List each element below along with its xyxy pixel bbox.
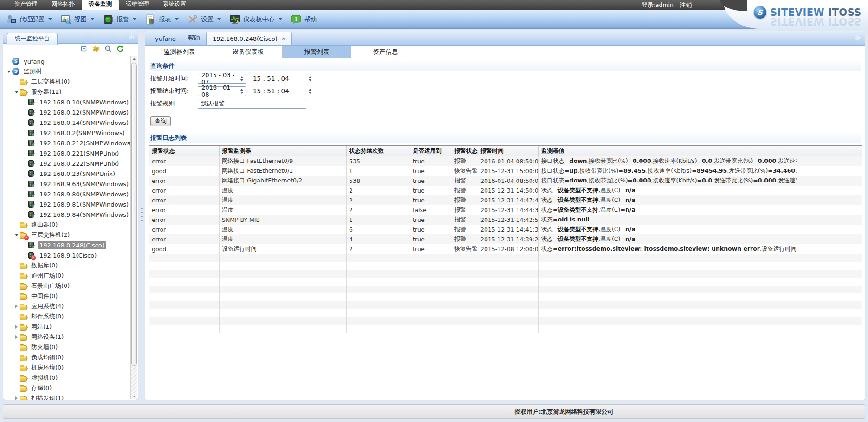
start-date-field[interactable]: 2015 - 03 - 07 xyxy=(198,74,246,84)
logout-link[interactable]: 注销 xyxy=(680,1,692,9)
expand-arrow-icon[interactable] xyxy=(13,325,19,329)
column-header[interactable]: 监测器值 xyxy=(539,146,797,156)
chevron-down-icon[interactable] xyxy=(91,18,94,20)
agent-config-button[interactable]: 代理配置 xyxy=(3,13,58,26)
table-row[interactable]: error温度2true报警2015-12-31 14:50:0状态=设备类型不… xyxy=(149,186,862,195)
tree-node[interactable]: ✓192.168.0.2(SNMPWindows) xyxy=(3,128,130,138)
tab-yufang[interactable]: yufang xyxy=(149,32,182,45)
tree-node[interactable]: ✓192.168.0.212(SNMPWindows) xyxy=(3,138,130,148)
chevron-down-icon[interactable] xyxy=(175,18,179,20)
tree-node[interactable]: ✓存储(0) xyxy=(3,383,130,393)
menu-item-0[interactable]: 资产管理 xyxy=(7,0,45,10)
expand-arrow-icon[interactable] xyxy=(6,71,12,73)
tree-node[interactable]: ✓192.168.0.12(SNMPWindows) xyxy=(3,107,130,117)
chevron-down-icon[interactable] xyxy=(279,18,282,20)
tree-node[interactable]: ✓邮件系统(0) xyxy=(3,312,130,322)
tree-scrollbar[interactable] xyxy=(130,56,137,399)
chevron-down-icon[interactable] xyxy=(133,18,136,20)
table-row[interactable]: good设备运行时间2true恢复告警2015-12-08 12:00:0状态=… xyxy=(149,244,862,254)
tree-node[interactable]: ✓192.168.9.63(SNMPWindows) xyxy=(3,179,130,189)
expand-arrow-icon[interactable] xyxy=(13,234,19,236)
subtab-monitor-list[interactable]: 监测器列表 xyxy=(145,46,214,58)
tree-node[interactable]: ✓应用系统(4) xyxy=(3,301,130,312)
spinner-icon[interactable] xyxy=(307,89,313,94)
search-icon[interactable] xyxy=(104,45,112,54)
table-row[interactable]: errorSNMP BY MIB1true报警2015-12-31 14:42:… xyxy=(149,215,862,225)
table-row[interactable]: good网络接口:FastEthernet0/11true恢复告警2015-12… xyxy=(149,166,862,176)
alarm-button[interactable]: 报警 xyxy=(100,13,142,26)
refresh-icon[interactable] xyxy=(117,45,124,54)
expand-arrow-icon[interactable] xyxy=(13,396,19,400)
gear-icon[interactable] xyxy=(128,34,135,42)
menu-item-4[interactable]: 系统设置 xyxy=(156,0,193,10)
tree-node[interactable]: ✓192.168.9.80(SNMPWindows) xyxy=(3,189,130,199)
menu-item-1[interactable]: 网络拓扑 xyxy=(45,0,82,10)
column-header[interactable]: 报警状态 xyxy=(452,146,478,156)
expand-arrow-icon[interactable] xyxy=(13,91,19,93)
tree-node[interactable]: ✕三层交换机(2) xyxy=(3,230,130,240)
help-button[interactable]: 帮助 xyxy=(288,13,323,26)
table-row[interactable]: error网络接口:FastEthernet0/9535true报警2016-0… xyxy=(149,156,862,167)
tree-node[interactable]: ✓扫描发现(1) xyxy=(3,393,130,400)
tab-help[interactable]: 帮助 xyxy=(182,31,206,45)
tree-node[interactable]: ✓192.168.0.222(SNMPUnix) xyxy=(3,158,130,169)
tree-node[interactable]: ✓虚拟机(0) xyxy=(3,373,130,383)
sync-tree-icon[interactable] xyxy=(92,45,100,54)
tree-node[interactable]: ✓192.168.9.84(SNMPWindows) xyxy=(3,209,130,220)
tree-node[interactable]: ✓网络设备(1) xyxy=(3,332,130,342)
scroll-down-icon[interactable] xyxy=(131,393,137,399)
menu-item-2[interactable]: 设备监测 xyxy=(82,0,119,10)
column-header[interactable]: 报警状态 xyxy=(149,146,220,156)
spinner-icon[interactable] xyxy=(240,76,245,81)
tree-node[interactable]: ✓192.168.0.10(SNMPWindows) xyxy=(3,97,130,107)
expand-arrow-icon[interactable] xyxy=(13,305,19,308)
spinner-icon[interactable] xyxy=(307,76,313,81)
table-row[interactable]: error温度4true报警2015-12-31 14:39:2状态=设备类型不… xyxy=(149,234,862,244)
collapse-all-icon[interactable] xyxy=(80,45,88,54)
alarm-rule-input[interactable] xyxy=(198,99,306,109)
table-row[interactable]: error温度2false报警2015-12-31 14:44:3状态=设备类型… xyxy=(149,205,862,215)
tree-node[interactable]: ✓通州广场(0) xyxy=(3,271,130,281)
tree-node[interactable]: ✓192.168.9.81(SNMPWindows) xyxy=(3,199,130,209)
tree-node[interactable]: ✓路由器(0) xyxy=(3,220,130,230)
tree-node[interactable]: ✓机房环境(0) xyxy=(3,363,130,373)
report-button[interactable]: 报表 xyxy=(142,13,184,26)
gear-icon[interactable] xyxy=(855,35,861,43)
tree-node[interactable]: ✓192.168.0.248(Cisco) xyxy=(3,240,130,250)
view-button[interactable]: 视图 xyxy=(58,13,100,26)
tree-node[interactable]: 监测树 xyxy=(3,66,130,77)
expand-arrow-icon[interactable] xyxy=(13,335,19,339)
column-header[interactable]: 状态持续次数 xyxy=(347,146,410,156)
tree-node[interactable]: ✓网站(1) xyxy=(3,322,130,332)
chevron-down-icon[interactable] xyxy=(217,18,221,20)
panel-splitter[interactable] xyxy=(139,31,145,400)
tree-node[interactable]: ✓石景山广场(0) xyxy=(3,281,130,291)
dashboard-center-button[interactable]: 仪表板中心 xyxy=(227,13,288,26)
tree-node[interactable]: ✓中间件(0) xyxy=(3,291,130,301)
column-header[interactable]: 报警时间 xyxy=(478,146,539,156)
tree-node[interactable]: ✓服务器(12) xyxy=(3,87,130,97)
chevron-down-icon[interactable] xyxy=(48,18,52,20)
sidebar-tab-monitor-platform[interactable]: 统一监控平台 xyxy=(7,33,58,45)
search-button[interactable]: 查询 xyxy=(150,116,171,126)
tree-node[interactable]: ✓防火墙(0) xyxy=(3,342,130,352)
tree-node[interactable]: ✓数据库(0) xyxy=(3,260,130,271)
table-row[interactable]: error温度6true报警2015-12-31 14:41:3状态=设备类型不… xyxy=(149,225,862,234)
subtab-device-dashboard[interactable]: 设备仪表板 xyxy=(214,46,283,58)
tree-node[interactable]: ✓负载均衡(0) xyxy=(3,352,130,363)
column-header[interactable]: 报警监测器 xyxy=(220,146,347,156)
spinner-icon[interactable] xyxy=(240,89,245,94)
tree-node[interactable]: ✓192.168.0.14(SNMPWindows) xyxy=(3,117,130,128)
close-icon[interactable]: ✕ xyxy=(282,37,285,41)
scroll-up-icon[interactable] xyxy=(131,56,137,62)
menu-item-3[interactable]: 运维管理 xyxy=(119,0,156,10)
tree-node[interactable]: ✓192.168.0.221(SNMPUnix) xyxy=(3,148,130,158)
tree-node[interactable]: ✓192.168.0.23(SNMPUnix) xyxy=(3,169,130,179)
settings-button[interactable]: 设置 xyxy=(184,13,227,26)
end-date-field[interactable]: 2016 - 01 - 08 xyxy=(198,86,246,96)
table-row[interactable]: error网络接口:GigabitEthernet0/2538true报警201… xyxy=(149,176,862,186)
table-row[interactable]: error温度2true报警2015-12-31 14:47:4状态=设备类型不… xyxy=(149,195,862,205)
scrollbar-thumb[interactable] xyxy=(131,63,137,366)
tree-node[interactable]: yufang xyxy=(3,56,130,66)
subtab-alarm-list[interactable]: 报警列表 xyxy=(283,46,351,58)
